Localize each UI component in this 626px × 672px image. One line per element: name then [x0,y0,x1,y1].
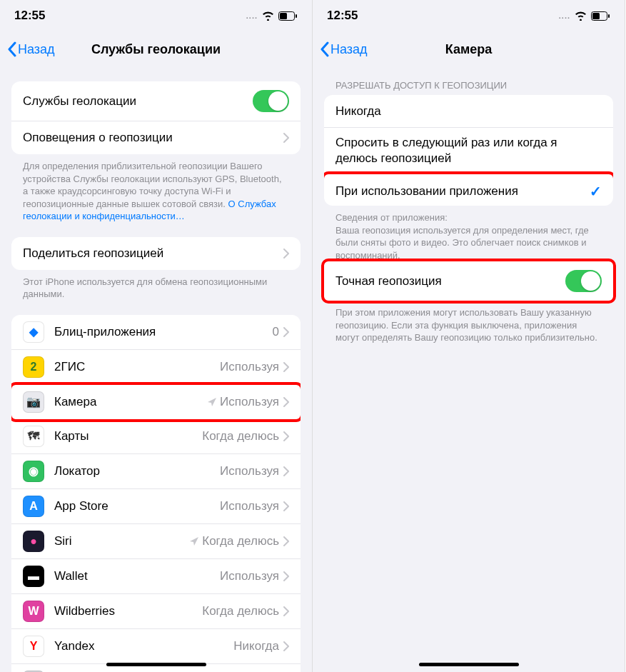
app-status: Используя [220,499,279,513]
back-button[interactable]: Назад [7,41,55,57]
row-label: Службы геолокации [23,94,253,109]
option-ask-next-time[interactable]: Спросить в следующий раз или когда я дел… [324,128,613,174]
app-name: Siri [54,534,189,548]
wifi-icon [575,11,587,21]
app-row[interactable]: 📷 Камера Используя [11,382,301,422]
toggle-on-icon[interactable] [253,90,289,112]
chevron-right-icon [283,606,289,616]
app-status: Когда делюсь [202,429,279,443]
home-indicator[interactable] [106,663,206,666]
check-icon: ✓ [590,183,602,200]
app-status: Используя [220,395,279,409]
row-location-alerts[interactable]: Оповещения о геопозиции [11,121,301,154]
app-status: Когда делюсь [202,534,279,548]
phone-location-services: 12:55 .... Назад Службы геолокации Служб… [0,0,313,672]
row-label: Спросить в следующий раз или когда я дел… [335,135,602,166]
row-label: При использовании приложения [335,184,590,199]
app-status: Используя [220,360,279,374]
status-time: 12:55 [327,9,358,23]
page-title: Службы геолокации [91,42,221,57]
app-icon: Y [23,636,44,657]
chevron-right-icon [283,641,289,651]
row-precise-location[interactable]: Точная геопозиция [324,261,613,301]
section-precise: Точная геопозиция [321,259,616,304]
content: Разрешать доступ к геопозиции Никогда Сп… [313,67,625,344]
chevron-left-icon [7,41,16,57]
chevron-right-icon [283,133,289,143]
nav-bar: Назад Службы геолокации [0,31,312,67]
chevron-right-icon [283,362,289,372]
app-status: Используя [220,569,279,583]
option-while-using[interactable]: При использовании приложения ✓ [324,171,613,206]
row-location-services[interactable]: Службы геолокации [11,81,301,121]
app-icon: W [23,601,44,622]
app-icon: ▬ [23,566,44,587]
svg-rect-5 [608,14,610,18]
app-name: Локатор [54,464,220,478]
app-row[interactable]: 2 2ГИС Используя [11,350,301,385]
app-name: App Store [54,499,220,513]
app-row[interactable]: ▬ Wallet Используя [11,559,301,594]
status-bar: 12:55 .... [0,0,312,31]
location-arrow-icon [189,536,199,546]
chevron-left-icon [320,41,329,57]
chevron-right-icon [283,536,289,546]
row-label: Никогда [335,104,602,119]
app-icon: 📷 [23,391,44,413]
page-title: Камера [445,42,493,57]
wifi-icon [262,11,274,21]
footer-precise: При этом приложения могут использовать В… [324,301,613,344]
app-name: Yandex [54,639,233,653]
row-label: Оповещения о геопозиции [23,131,283,145]
chevron-right-icon [283,571,289,581]
option-never[interactable]: Никогда [324,95,613,128]
status-bar: 12:55 .... [313,0,625,31]
footer-text: Для определения приблизительной геопозиц… [11,154,301,223]
app-row[interactable]: ◆ Блиц-приложения 0 [11,315,301,350]
section-share: Поделиться геопозицией [11,237,301,270]
back-button[interactable]: Назад [320,41,368,57]
svg-rect-4 [592,13,600,19]
section-header: Разрешать доступ к геопозиции [324,67,613,95]
app-row[interactable]: 🗺 Карты Когда делюсь [11,419,301,454]
app-row[interactable]: W Wildberries Когда делюсь [11,594,301,629]
app-name: Камера [54,395,207,409]
footer-share: Этот iPhone используется для обмена геоп… [11,270,301,301]
location-arrow-icon [207,397,217,407]
app-row[interactable]: ● Siri Когда делюсь [11,524,301,559]
section-apps: ◆ Блиц-приложения 0 2 2ГИС Используя 📷 К… [11,315,301,672]
chevron-right-icon [283,466,289,476]
section-main-toggle: Службы геолокации Оповещения о геопозици… [11,81,301,154]
content: Службы геолокации Оповещения о геопозици… [0,81,312,672]
app-name: Карты [54,429,202,443]
app-row[interactable]: A App Store Используя [11,489,301,524]
app-name: Wildberries [54,604,202,618]
row-label: Поделиться геопозицией [23,246,283,261]
app-status: Когда делюсь [202,604,279,618]
footer-app-info: Сведения от приложения: Ваша геопозиция … [324,206,613,261]
home-indicator[interactable] [419,663,519,666]
app-name: Wallet [54,569,220,583]
app-icon: 2 [23,356,44,378]
toggle-on-icon[interactable] [565,270,602,292]
chevron-right-icon [283,501,289,511]
section-permission-options: Никогда Спросить в следующий раз или ког… [324,95,613,206]
chevron-right-icon [283,249,289,259]
back-label: Назад [18,42,55,57]
cellular-dots-icon: .... [246,11,258,20]
row-share-location[interactable]: Поделиться геопозицией [11,237,301,270]
svg-rect-2 [296,14,297,18]
nav-bar: Назад Камера [313,31,625,67]
app-icon: ◉ [23,461,44,482]
app-icon: ● [23,531,44,552]
app-row[interactable]: ◉ Локатор Используя [11,454,301,489]
svg-rect-1 [280,13,287,19]
app-icon: 🗺 [23,426,44,447]
app-status: Никогда [233,639,279,653]
chevron-right-icon [283,397,289,407]
chevron-right-icon [283,327,289,337]
battery-icon [591,11,610,21]
battery-icon [278,11,298,21]
app-row[interactable]: Y Yandex Никогда [11,629,301,664]
app-status: Используя [220,464,279,478]
